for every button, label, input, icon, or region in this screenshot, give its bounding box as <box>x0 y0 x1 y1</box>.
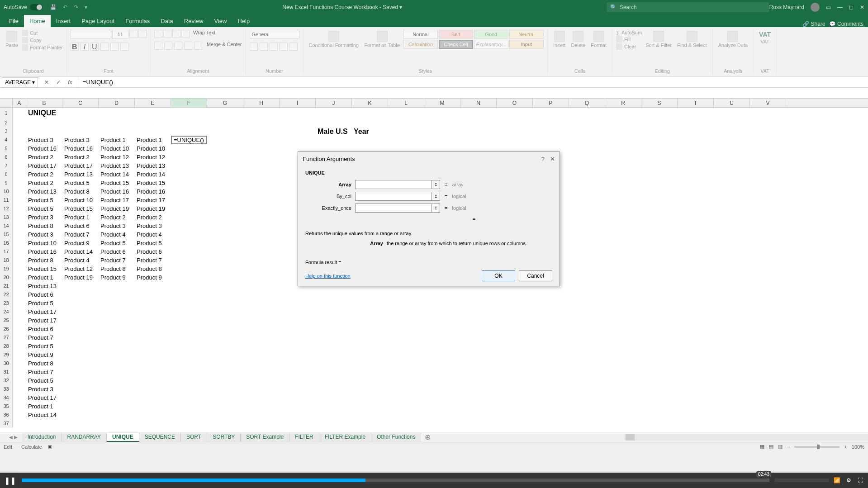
column-header-C[interactable]: C <box>62 99 99 107</box>
cell-C6[interactable]: Product 2 <box>62 153 99 161</box>
cell-C18[interactable]: Product 4 <box>62 256 99 265</box>
row-header-9[interactable]: 9 <box>0 179 13 187</box>
cell-B32[interactable]: Product 5 <box>26 376 62 385</box>
tab-file[interactable]: File <box>4 15 24 27</box>
row-header-21[interactable]: 21 <box>0 282 13 290</box>
cancel-formula-icon[interactable]: ✕ <box>43 78 51 86</box>
style-neutral[interactable]: Neutral <box>509 30 544 39</box>
number-format-select[interactable] <box>250 30 299 39</box>
settings-icon[interactable]: ⚙ <box>844 476 853 484</box>
increase-decimal-icon[interactable] <box>280 43 288 51</box>
style-good[interactable]: Good <box>474 30 508 39</box>
tab-view[interactable]: View <box>209 15 232 27</box>
tab-page-layout[interactable]: Page Layout <box>76 15 120 27</box>
cell-B23[interactable]: Product 5 <box>26 299 62 308</box>
paste-button[interactable]: Paste <box>4 30 20 49</box>
column-header-M[interactable]: M <box>424 99 460 107</box>
bold-button[interactable]: B <box>71 43 79 51</box>
dialog-help-icon[interactable]: ? <box>541 156 545 162</box>
column-header-U[interactable]: U <box>714 99 750 107</box>
align-middle-icon[interactable] <box>163 30 171 38</box>
row-header-14[interactable]: 14 <box>0 222 13 230</box>
row-header-32[interactable]: 32 <box>0 376 13 385</box>
cell-C16[interactable]: Product 9 <box>62 239 99 247</box>
column-header-B[interactable]: B <box>26 99 62 107</box>
cell-D11[interactable]: Product 17 <box>99 196 135 204</box>
conditional-formatting-button[interactable]: Conditional Formatting <box>307 30 361 49</box>
font-select[interactable] <box>71 30 111 39</box>
add-sheet-button[interactable]: ⊕ <box>425 433 431 441</box>
tab-help[interactable]: Help <box>232 15 255 27</box>
cell-B12[interactable]: Product 5 <box>26 204 62 213</box>
fill-button[interactable]: Fill <box>616 36 642 43</box>
dialog-title-bar[interactable]: Function Arguments ? ✕ <box>298 152 560 166</box>
enter-formula-icon[interactable]: ✓ <box>54 78 62 86</box>
column-header-E[interactable]: E <box>135 99 171 107</box>
cell-E13[interactable]: Product 2 <box>135 213 171 222</box>
row-header-36[interactable]: 36 <box>0 411 13 419</box>
qat-more-icon[interactable]: ▾ <box>85 4 87 10</box>
cell-B1[interactable]: UNIQUE <box>26 108 62 118</box>
format-cells-button[interactable]: Format <box>589 30 608 49</box>
tab-home[interactable]: Home <box>24 15 51 27</box>
vat-button[interactable]: VATVAT <box>757 30 773 45</box>
share-button[interactable]: 🔗 Share <box>802 21 825 27</box>
increase-font-icon[interactable] <box>129 30 138 38</box>
sheet-tab-other-functions[interactable]: Other Functions <box>371 433 421 442</box>
column-header-L[interactable]: L <box>388 99 424 107</box>
cell-B35[interactable]: Product 1 <box>26 402 62 411</box>
autosave-toggle[interactable]: AutoSave <box>4 4 43 10</box>
row-header-6[interactable]: 6 <box>0 153 13 161</box>
status-calculate[interactable]: Calculate <box>21 444 42 450</box>
column-header-T[interactable]: T <box>678 99 714 107</box>
font-color-button[interactable] <box>120 43 128 51</box>
cell-D15[interactable]: Product 4 <box>99 230 135 239</box>
row-header-10[interactable]: 10 <box>0 187 13 196</box>
dialog-ok-button[interactable]: OK <box>482 270 515 281</box>
tab-review[interactable]: Review <box>179 15 209 27</box>
row-header-15[interactable]: 15 <box>0 230 13 239</box>
align-right-icon[interactable] <box>174 42 182 50</box>
style-explanatory[interactable]: Explanatory... <box>474 40 508 49</box>
fullscreen-icon[interactable]: ⛶ <box>856 476 864 484</box>
column-header-R[interactable]: R <box>605 99 641 107</box>
maximize-icon[interactable]: ◻ <box>849 4 854 10</box>
cell-C12[interactable]: Product 15 <box>62 204 99 213</box>
cell-D6[interactable]: Product 12 <box>99 153 135 161</box>
format-painter-button[interactable]: Format Painter <box>22 44 63 51</box>
cell-E5[interactable]: Product 10 <box>135 144 171 153</box>
zoom-out-icon[interactable]: − <box>787 444 790 450</box>
row-header-22[interactable]: 22 <box>0 290 13 299</box>
name-box[interactable]: AVERAGE ▾ <box>2 77 38 87</box>
row-header-2[interactable]: 2 <box>0 118 13 127</box>
row-header-27[interactable]: 27 <box>0 333 13 342</box>
insert-cells-button[interactable]: Insert <box>551 30 568 49</box>
cell-B17[interactable]: Product 16 <box>26 247 62 256</box>
cell-E7[interactable]: Product 13 <box>135 161 171 170</box>
cell-B36[interactable]: Product 14 <box>26 411 62 419</box>
cell-B8[interactable]: Product 2 <box>26 170 62 179</box>
column-header-Q[interactable]: Q <box>569 99 605 107</box>
save-icon[interactable]: 💾 <box>50 4 57 10</box>
row-header-1[interactable]: 1 <box>0 108 13 118</box>
column-header-O[interactable]: O <box>497 99 533 107</box>
row-header-31[interactable]: 31 <box>0 368 13 376</box>
view-layout-icon[interactable]: ▤ <box>769 444 773 450</box>
cell-E14[interactable]: Product 3 <box>135 222 171 230</box>
sheet-tab-randarray[interactable]: RANDARRAY <box>62 433 107 442</box>
row-header-20[interactable]: 20 <box>0 273 13 282</box>
view-normal-icon[interactable]: ▦ <box>760 444 764 450</box>
arg-input-1[interactable] <box>355 192 432 201</box>
macro-record-icon[interactable]: ▣ <box>47 444 52 450</box>
row-header-26[interactable]: 26 <box>0 325 13 333</box>
arg-collapse-1[interactable]: ↥ <box>432 192 440 201</box>
sheet-nav[interactable]: ◀ ▶ <box>9 435 18 440</box>
cell-E9[interactable]: Product 15 <box>135 179 171 187</box>
play-pause-button[interactable]: ❚❚ <box>0 473 20 488</box>
column-header-K[interactable]: K <box>352 99 388 107</box>
cell-E8[interactable]: Product 14 <box>135 170 171 179</box>
column-header-F[interactable]: F <box>171 99 207 107</box>
row-header-24[interactable]: 24 <box>0 308 13 316</box>
cell-B33[interactable]: Product 3 <box>26 385 62 393</box>
row-header-11[interactable]: 11 <box>0 196 13 204</box>
